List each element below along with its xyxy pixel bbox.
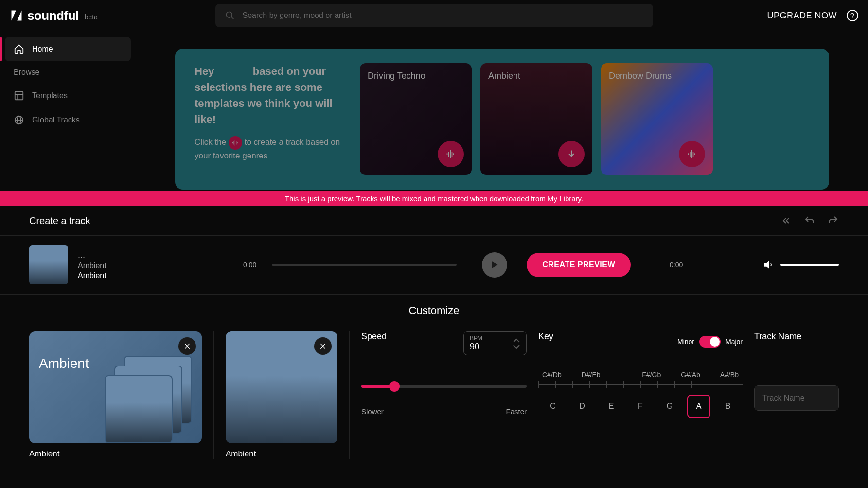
- chevron-up-icon[interactable]: [513, 338, 520, 343]
- major-label: Major: [726, 338, 743, 346]
- svg-rect-15: [450, 150, 451, 158]
- waveform-icon: [229, 136, 242, 150]
- genre-caption: Ambient: [29, 449, 202, 459]
- create-preview-button[interactable]: CREATE PREVIEW: [527, 253, 631, 277]
- key-label: Key: [538, 331, 553, 342]
- svg-point-0: [226, 12, 232, 18]
- sharp-label[interactable]: C#/Db: [542, 371, 562, 379]
- volume-icon[interactable]: [764, 260, 775, 270]
- track-thumbnail: [29, 245, 68, 284]
- reply-all-icon[interactable]: [780, 215, 792, 227]
- download-button[interactable]: [558, 141, 585, 167]
- svg-rect-17: [453, 153, 454, 155]
- template-card[interactable]: Dembow Drums: [601, 63, 713, 175]
- genre-label: Ambient: [39, 356, 89, 371]
- slider-knob[interactable]: [389, 381, 400, 392]
- speed-slider[interactable]: [361, 385, 527, 388]
- template-card-col: Ambient: [226, 331, 337, 459]
- sharp-label[interactable]: D#/Eb: [582, 371, 601, 379]
- create-actions: [780, 215, 839, 227]
- logo[interactable]: soundful beta: [10, 8, 98, 23]
- template-cards: Driving Techno Ambient Dembow Drums: [360, 63, 713, 175]
- template-card[interactable]: [226, 331, 337, 443]
- bpm-label: BPM: [470, 335, 482, 342]
- svg-rect-10: [235, 140, 235, 146]
- track-info: ... Ambient Ambient: [78, 250, 136, 280]
- genre-card[interactable]: Ambient: [29, 331, 202, 443]
- key-note[interactable]: F: [629, 395, 652, 418]
- svg-rect-22: [693, 152, 694, 157]
- search-input[interactable]: [243, 11, 643, 20]
- search-box[interactable]: [215, 4, 653, 27]
- track-menu-icon[interactable]: ...: [78, 250, 136, 261]
- minor-label: Minor: [677, 338, 694, 346]
- sharp-label[interactable]: A#/Bb: [720, 371, 739, 379]
- bpm-input[interactable]: BPM 90: [463, 331, 527, 355]
- generate-button[interactable]: [679, 141, 705, 167]
- key-note[interactable]: G: [658, 395, 681, 418]
- sidebar-item-browse[interactable]: Browse: [5, 61, 131, 84]
- svg-rect-9: [233, 141, 234, 145]
- redo-icon[interactable]: [827, 215, 839, 227]
- sidebar-item-global-tracks[interactable]: Global Tracks: [5, 108, 131, 132]
- svg-rect-2: [15, 92, 23, 100]
- beta-tag: beta: [85, 13, 98, 21]
- sharp-label[interactable]: G#/Ab: [681, 371, 700, 379]
- speed-label: Speed: [361, 331, 387, 342]
- svg-rect-21: [691, 150, 692, 158]
- sidebar-item-home[interactable]: Home: [5, 37, 131, 61]
- trackname-input[interactable]: [754, 385, 839, 411]
- time-total: 0:00: [670, 261, 683, 269]
- create-header: Create a track: [0, 206, 868, 236]
- toggle-switch[interactable]: [699, 336, 721, 348]
- stacked-thumbs: [105, 356, 192, 434]
- svg-rect-19: [688, 153, 689, 155]
- home-icon: [14, 44, 24, 54]
- sidebar-label: Templates: [32, 91, 68, 100]
- customize-title: Customize: [0, 295, 868, 322]
- play-button[interactable]: [482, 252, 507, 278]
- sidebar-label: Global Tracks: [32, 116, 80, 124]
- volume-slider[interactable]: [780, 264, 839, 266]
- app-header: soundful beta UPGRADE NOW ?: [0, 0, 868, 31]
- hero-text: Hey based on your selections here are so…: [195, 63, 350, 175]
- speed-section: Speed BPM 90 Slower Faster: [361, 331, 527, 459]
- sidebar: Home Browse Templates Global Tracks: [0, 31, 136, 157]
- key-note[interactable]: A: [687, 395, 710, 418]
- sharp-label[interactable]: F#/Gb: [642, 371, 661, 379]
- sidebar-item-templates[interactable]: Templates: [5, 84, 131, 108]
- svg-rect-23: [694, 153, 695, 155]
- close-icon[interactable]: [178, 337, 196, 355]
- key-section: Key Minor Major C#/DbD#/Eb.F#/GbG#/AbA#/…: [538, 331, 743, 459]
- key-note[interactable]: D: [570, 395, 594, 418]
- hero-sub: Click the to create a track based on you…: [195, 136, 350, 162]
- key-note[interactable]: B: [716, 395, 740, 418]
- track-genre: Ambient: [78, 261, 136, 270]
- track-name: Ambient: [78, 271, 136, 280]
- search-container: [215, 4, 653, 27]
- upgrade-link[interactable]: UPGRADE NOW: [767, 11, 837, 21]
- svg-rect-12: [237, 142, 237, 143]
- chevron-down-icon[interactable]: [513, 344, 520, 349]
- progress-bar[interactable]: [272, 264, 457, 266]
- svg-marker-24: [492, 261, 498, 268]
- svg-line-1: [231, 17, 233, 19]
- faster-label: Faster: [506, 407, 527, 416]
- play-icon: [490, 260, 499, 270]
- svg-rect-16: [452, 152, 453, 157]
- template-card[interactable]: Ambient: [480, 63, 592, 175]
- svg-rect-20: [690, 152, 691, 157]
- key-note[interactable]: E: [600, 395, 623, 418]
- sidebar-label: Browse: [14, 68, 39, 76]
- svg-rect-13: [447, 153, 448, 155]
- close-icon[interactable]: [314, 337, 332, 355]
- key-scale: C#/DbD#/Eb.F#/GbG#/AbA#/Bb CDEFGAB: [538, 371, 743, 418]
- template-label: Driving Techno: [368, 71, 425, 81]
- svg-rect-8: [232, 142, 233, 143]
- generate-button[interactable]: [438, 141, 464, 167]
- key-note[interactable]: C: [541, 395, 565, 418]
- template-card[interactable]: Driving Techno: [360, 63, 472, 175]
- help-icon[interactable]: ?: [847, 10, 858, 21]
- slower-label: Slower: [361, 407, 384, 416]
- undo-icon[interactable]: [804, 215, 815, 227]
